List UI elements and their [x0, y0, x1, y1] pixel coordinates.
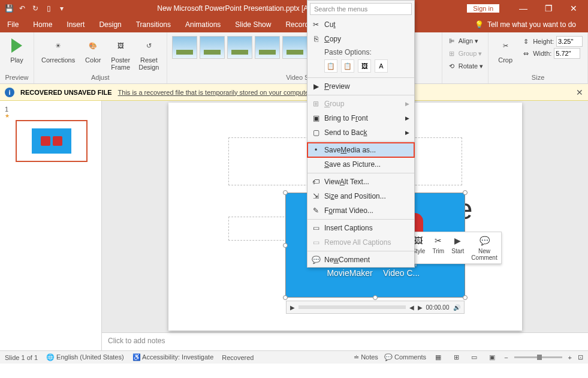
redo-icon[interactable]: ↻: [30, 3, 41, 14]
close-button[interactable]: ✕: [562, 0, 586, 17]
ctx-insert-captions[interactable]: ▭Insert Captions: [307, 221, 414, 235]
save-media-icon: •: [311, 145, 321, 155]
paste-text-only[interactable]: A: [375, 59, 388, 73]
tab-animations[interactable]: Animations: [178, 17, 228, 32]
style-thumb[interactable]: [172, 36, 197, 59]
width-input[interactable]: [554, 48, 580, 59]
statusbar: Slide 1 of 1 🌐 English (United States) ♿…: [0, 350, 588, 364]
context-search-input[interactable]: Search the menus: [310, 3, 412, 15]
comment-icon: 💬: [478, 235, 490, 247]
recovery-close-button[interactable]: ✕: [576, 88, 583, 97]
corrections-button[interactable]: ☀ Corrections: [38, 34, 79, 66]
zoom-in-button[interactable]: +: [568, 354, 572, 361]
resize-handle[interactable]: [463, 295, 468, 300]
recovery-message[interactable]: This is a recovered file that is tempora…: [118, 89, 313, 96]
rotate-button[interactable]: ⟲Rotate ▾: [447, 60, 483, 72]
status-lang[interactable]: 🌐 English (United States): [46, 353, 124, 361]
maximize-button[interactable]: ❐: [536, 0, 560, 17]
ctx-copy[interactable]: ⎘Copy: [307, 32, 414, 46]
normal-view-button[interactable]: ▦: [432, 353, 444, 362]
align-button[interactable]: ⊫Align ▾: [447, 35, 483, 47]
start-icon: ▶: [452, 235, 464, 247]
ctx-save-media-as[interactable]: •Save Media as...: [307, 143, 414, 157]
style-thumb[interactable]: [255, 36, 280, 59]
sorter-view-button[interactable]: ⊞: [450, 353, 462, 362]
paste-dest-theme[interactable]: 📋: [324, 59, 337, 73]
tell-me-search[interactable]: 💡 Tell me what you want to do: [475, 20, 588, 29]
ctx-size-and-position[interactable]: ⇲Size and Position...: [307, 189, 414, 203]
undo-icon[interactable]: ↶: [17, 3, 28, 14]
ctx-remove-all-captions: ▭Remove All Captions: [307, 235, 414, 250]
video-style-gallery[interactable]: ▲ ▼ ⌄: [171, 34, 318, 61]
poster-frame-button[interactable]: 🖼 Poster Frame: [107, 34, 134, 73]
tab-slide-show[interactable]: Slide Show: [228, 17, 278, 32]
color-icon: 🎨: [83, 36, 102, 55]
sign-in-button[interactable]: Sign in: [467, 4, 499, 13]
height-input[interactable]: [556, 36, 583, 47]
style-thumb[interactable]: [200, 36, 225, 59]
send-back-icon: ▢: [311, 128, 321, 137]
mini-new-comment-button[interactable]: 💬New Comment: [468, 232, 500, 263]
volume-icon[interactable]: 🔊: [453, 304, 460, 311]
resize-handle[interactable]: [463, 190, 468, 195]
resize-handle[interactable]: [283, 295, 288, 300]
qat-dropdown-icon[interactable]: ▾: [56, 3, 67, 14]
cut-icon: ✂: [311, 20, 321, 29]
minimize-button[interactable]: —: [511, 0, 535, 17]
color-button[interactable]: 🎨 Color: [80, 34, 106, 66]
ctx-view-alt-text[interactable]: 🏷View Alt Text...: [307, 175, 414, 189]
paste-picture[interactable]: 🖼: [358, 59, 371, 73]
thumb-video-preview: [32, 128, 71, 154]
status-accessibility[interactable]: ♿ Accessibility: Investigate: [132, 353, 214, 361]
mini-trim-button[interactable]: ✂Trim: [429, 232, 448, 263]
media-prev-button[interactable]: ◀: [409, 304, 414, 311]
reset-design-button[interactable]: ↺ Reset Design: [135, 34, 162, 73]
play-button[interactable]: Play: [4, 34, 30, 66]
resize-handle[interactable]: [373, 295, 378, 300]
slide-thumbnail[interactable]: [16, 120, 88, 162]
ribbon: Play Preview ☀ Corrections 🎨 Color 🖼 Pos…: [0, 32, 588, 84]
ctx-cut[interactable]: ✂Cut: [307, 17, 414, 32]
mini-start-button[interactable]: ▶Start: [448, 232, 468, 263]
height-icon: ⇕: [521, 37, 530, 46]
tab-home[interactable]: Home: [26, 17, 59, 32]
zoom-slider[interactable]: [514, 356, 562, 358]
tab-transitions[interactable]: Transitions: [129, 17, 178, 32]
tab-design[interactable]: Design: [92, 17, 128, 32]
ctx-preview[interactable]: ▶Preview: [307, 79, 414, 94]
zoom-out-button[interactable]: −: [504, 354, 508, 361]
corrections-icon: ☀: [49, 36, 68, 55]
ctx-bring-to-front[interactable]: ▣Bring to Front▶: [307, 111, 414, 125]
start-from-beginning-icon[interactable]: ▯: [43, 3, 54, 14]
save-icon[interactable]: 💾: [4, 3, 14, 14]
captions-icon: ▭: [311, 223, 321, 233]
ctx-new-comment[interactable]: 💬New Comment: [307, 253, 414, 267]
notes-pane[interactable]: Click to add notes: [102, 332, 588, 350]
resize-handle[interactable]: [283, 190, 288, 195]
status-comments-button[interactable]: 💬 Comments: [384, 353, 426, 361]
tab-insert[interactable]: Insert: [59, 17, 92, 32]
reset-design-icon: ↺: [139, 36, 158, 55]
ctx-save-as-picture[interactable]: Save as Picture...: [307, 157, 414, 172]
status-recovered: Recovered: [222, 354, 254, 361]
ctx-send-to-back[interactable]: ▢Send to Back▶: [307, 125, 414, 140]
status-notes-button[interactable]: ≐ Notes: [354, 353, 378, 361]
ctx-format-video[interactable]: ✎Format Video...: [307, 203, 414, 218]
reading-view-button[interactable]: ▭: [468, 353, 480, 362]
ribbon-group-preview: Play Preview: [0, 32, 34, 83]
slideshow-view-button[interactable]: ▣: [486, 353, 498, 362]
style-thumb[interactable]: [227, 36, 252, 59]
resize-handle[interactable]: [283, 243, 288, 248]
style-thumb[interactable]: [282, 36, 307, 59]
ctx-paste-options: 📋 📋 🖼 A: [307, 58, 414, 76]
media-seek-track[interactable]: [298, 305, 406, 309]
width-icon: ⇔: [521, 49, 530, 58]
media-next-button[interactable]: ▶: [418, 304, 423, 311]
tab-file[interactable]: File: [0, 17, 26, 32]
crop-button[interactable]: ✂ Crop: [492, 34, 518, 66]
media-play-button[interactable]: ▶: [290, 304, 295, 311]
context-menu: Search the menus ✂Cut ⎘Copy Paste Option…: [307, 0, 415, 268]
paste-keep-source[interactable]: 📋: [341, 59, 354, 73]
recovery-bar: i RECOVERED UNSAVED FILE This is a recov…: [0, 84, 588, 101]
zoom-fit-button[interactable]: ⊡: [578, 353, 583, 361]
